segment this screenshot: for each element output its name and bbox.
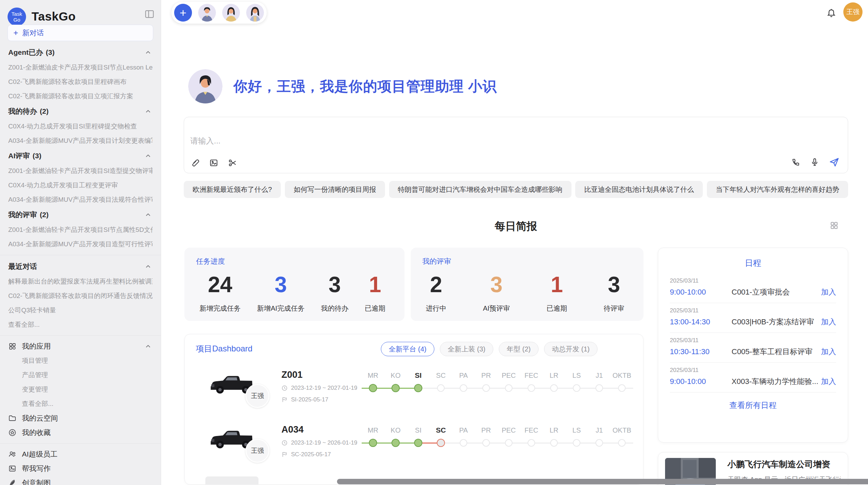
horizontal-scrollbar[interactable] [337,479,868,484]
sidebar-item-ai-staff[interactable]: AI超级员工 [8,447,153,461]
milestone-node[interactable] [391,384,400,392]
milestone-node[interactable] [595,384,603,392]
milestone-node[interactable] [595,439,603,447]
section-header-agent-done[interactable]: Agent已办 (3) [8,45,153,60]
dashboard-tab[interactable]: 年型 (2) [499,342,539,356]
milestone-node[interactable] [528,439,535,447]
microphone-icon[interactable] [810,158,819,167]
stat-item: 3 我的待办 [321,270,348,313]
milestone-node[interactable] [550,384,558,392]
sidebar-list-item[interactable]: 解释最新出台的欧盟报废车法规再生塑料比例被调至15%... [8,274,153,289]
join-link[interactable]: 加入 [821,376,836,387]
dashboard-tab[interactable]: 全新平台 (4) [381,342,434,356]
sidebar-list-item[interactable]: C0X4-动力总成开发项目SI里程碑提交物检查 [8,119,153,134]
suggestion-chip[interactable]: 如何写一份清晰的项目周报 [285,181,385,198]
milestone-node[interactable] [437,439,445,447]
suggestion-chip[interactable]: 欧洲新规最近颁布了什么? [184,181,281,198]
milestone-node[interactable] [618,384,626,392]
sidebar-sub-item[interactable]: 项目管理 [22,353,153,368]
milestone: MR [362,425,384,450]
chevron-up-icon[interactable] [144,152,152,160]
view-all-schedule-link[interactable]: 查看所有日程 [670,392,836,411]
section-header-my-todo[interactable]: 我的待办 (2) [8,103,153,119]
suggestion-chip[interactable]: 当下年轻人对汽车外观有怎样的喜好趋势 [707,181,848,198]
layout-grid-icon[interactable] [830,221,839,230]
sidebar-sub-item[interactable]: 产品管理 [22,368,153,382]
milestone-node[interactable] [369,439,377,447]
sidebar-sub-item[interactable]: 查看全部... [22,397,153,411]
image-upload-icon[interactable] [209,158,218,167]
milestone-node[interactable] [573,439,580,447]
milestone-node[interactable] [505,439,513,447]
milestone-node[interactable] [460,439,467,447]
stat-value: 3 [257,270,305,299]
sidebar-item-creative-draw[interactable]: 创意制图 [8,476,153,485]
star-badge-icon [8,428,16,437]
milestone-label: MR [362,370,384,381]
suggestion-chip[interactable]: 比亚迪全固态电池计划具体说了什么 [575,181,703,198]
dashboard-tab[interactable]: 动总开发 (1) [544,342,598,356]
sidebar-sub-item[interactable]: 变更管理 [22,382,153,397]
join-link[interactable]: 加入 [821,287,836,297]
new-chat-button[interactable]: + 新对话 [8,25,153,41]
join-link[interactable]: 加入 [821,317,836,327]
sidebar-list-item[interactable]: 公司Q3轻卡销量 [8,303,153,318]
sidebar-item-favorites[interactable]: 我的收藏 [8,425,153,440]
sidebar-list-item[interactable]: C02-飞腾新能源轻客改款项目的闭环通告反馈情况 [8,289,153,303]
milestone-node[interactable] [391,439,400,447]
sidebar-collapse-icon[interactable] [144,9,155,19]
sidebar-item-my-apps[interactable]: 我的应用 [8,339,153,353]
send-icon[interactable] [829,157,840,167]
milestone-node[interactable] [573,384,580,392]
sidebar-list-item[interactable]: A034-全新新能源MUV产品开发项目计划变更表编写 [8,134,153,148]
project-flag: SI-2025-05-17 [281,396,328,403]
milestone-node[interactable] [482,384,490,392]
section-header-ai-review[interactable]: AI评审 (3) [8,148,153,164]
sidebar-list-item[interactable]: 查看全部... [8,318,153,332]
milestone-node[interactable] [528,384,535,392]
suggestion-chip[interactable]: 特朗普可能对进口汽车增税会对中国车企造成哪些影响 [389,181,571,198]
chat-input-card[interactable] [184,117,848,173]
sidebar-list-item[interactable]: A034-全新新能源MUV产品开发项目法规符合性评审 [8,192,153,207]
sidebar-list-item[interactable]: C02-飞腾新能源轻客改款项目立项汇报方案 [8,89,153,103]
phone-icon[interactable] [791,158,800,167]
chat-input[interactable] [190,136,602,146]
milestone-node[interactable] [460,384,467,392]
sidebar-list-item[interactable]: A034-全新新能源MUV产品开发项目造型可行性评审 [8,237,153,251]
milestone-node[interactable] [482,439,490,447]
sidebar-list-item[interactable]: C0X4-动力总成开发项目工程变更评审 [8,178,153,192]
chevron-up-icon[interactable] [144,211,152,219]
milestone-node-row [497,435,520,450]
milestone-node[interactable] [505,384,513,392]
stat-value: 3 [483,270,510,299]
sidebar-item-cloud-space[interactable]: 我的云空间 [8,411,153,425]
section-count: (2) [40,107,49,115]
milestone-node[interactable] [437,384,445,392]
sidebar-item-write-helper[interactable]: 帮我写作 [8,461,153,476]
milestone-node[interactable] [414,439,422,447]
milestone-node[interactable] [414,384,422,392]
sidebar-list-item[interactable]: Z001-全新燃油轻卡产品开发项目SI造型提交物评审 [8,164,153,178]
milestone-node[interactable] [369,384,377,392]
dashboard-tab[interactable]: 全新上装 (3) [440,342,493,356]
dashboard-tabs: 全新平台 (4)全新上装 (3)年型 (2)动总开发 (1) [381,342,598,356]
milestone-track: MR KO [362,425,633,450]
join-link[interactable]: 加入 [821,347,836,357]
chevron-up-icon[interactable] [144,108,152,115]
milestone-track: MR KO [362,370,633,396]
section-header-recent[interactable]: 最近对话 [8,259,153,274]
chevron-up-icon[interactable] [144,263,152,270]
section-count: (2) [40,211,49,219]
sidebar-list-item[interactable]: C02-飞腾新能源轻客改款项目里程碑画布 [8,75,153,89]
sidebar-list-item[interactable]: Z001-全新燃油皮卡产品开发项目SI节点Lesson Learn报告 [8,60,153,75]
chevron-up-icon[interactable] [144,49,152,56]
scissors-icon[interactable] [228,158,237,167]
milestone-node[interactable] [550,439,558,447]
chevron-up-icon[interactable] [144,343,152,350]
news-title: 小鹏飞行汽车制造公司增资 [727,459,830,470]
section-header-my-review[interactable]: 我的评审 (2) [8,207,153,223]
sidebar-list-item[interactable]: Z001-全新燃油轻卡产品开发项目SI节点属性5D文件评审 [8,223,153,237]
attachment-icon[interactable] [190,158,200,167]
milestone-label: KO [384,425,407,435]
milestone-node[interactable] [618,439,626,447]
